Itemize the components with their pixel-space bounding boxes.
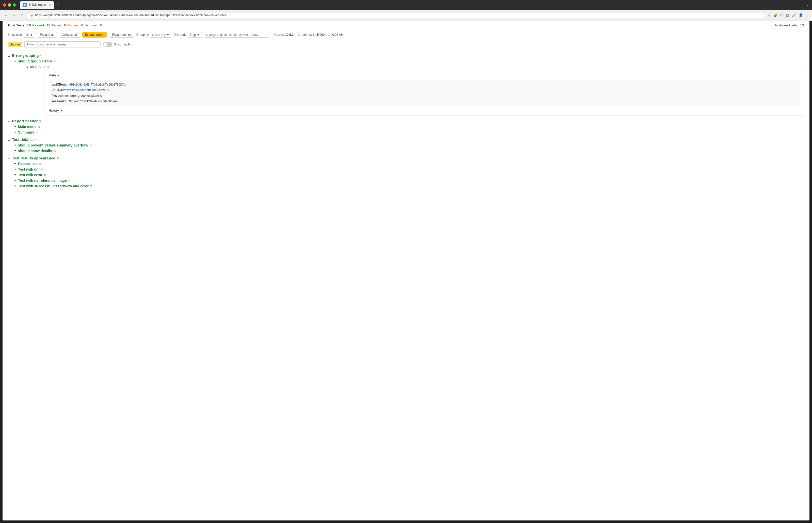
show-tests-dropdown[interactable]: All ▼ — [24, 32, 35, 38]
passed-test-copy-icon[interactable]: ⧉ — [39, 162, 41, 165]
meta-key-file: file: — [52, 94, 57, 97]
summary-title[interactable]: Summary — [18, 130, 34, 134]
test-no-reference-title[interactable]: Test with no reference image — [18, 179, 67, 183]
minimize-button[interactable] — [8, 3, 11, 6]
browser-filter-tag[interactable]: chrome — [7, 42, 22, 47]
chrome-chevron-icon[interactable]: ▲ — [26, 65, 29, 68]
diff-mode-label: Diff mode — [174, 33, 186, 37]
diff-mode-dropdown[interactable]: 3-up ▼ — [188, 32, 202, 38]
test-with-diff-header: ▼ Test with diff ⧉ — [14, 167, 805, 172]
main-menu-chevron-icon[interactable]: ▼ — [14, 125, 17, 128]
should-group-errors-title[interactable]: should group errors — [18, 59, 52, 63]
collapse-all-button[interactable]: Collapse all — [59, 32, 80, 38]
bookmark-icon[interactable]: ☆ — [767, 13, 771, 17]
should-show-details-title[interactable]: should show details — [18, 149, 52, 153]
back-button[interactable]: ← — [3, 12, 9, 19]
created-label: Created at — [297, 33, 312, 37]
extension1-icon[interactable]: 🧩 — [773, 13, 777, 17]
failed-label: Failed: — [52, 23, 62, 27]
expand-retries-button[interactable]: Expand retries — [109, 32, 134, 38]
meta-header[interactable]: Meta ▲ — [49, 73, 800, 77]
expand-all-button[interactable]: Expand all — [37, 32, 57, 38]
eye-icon[interactable]: 👁 — [43, 65, 46, 69]
test-no-reference-copy-icon[interactable]: ⧉ — [68, 179, 70, 182]
chrome-label: chrome — [30, 65, 41, 69]
extension2-icon[interactable]: ◻ — [786, 13, 789, 17]
test-details-copy-icon[interactable]: ⧉ — [34, 138, 36, 141]
strict-match-toggle[interactable] — [103, 42, 112, 47]
address-field[interactable]: 🔒 https://output.circle-artifacts.com/ou… — [27, 12, 765, 18]
test-with-diff-copy-icon[interactable]: ⧉ — [41, 168, 43, 171]
test-no-reference-chevron-icon[interactable]: ▼ — [14, 179, 17, 182]
test-results-appearance-copy-icon[interactable]: ⧉ — [57, 157, 59, 160]
report-header-title[interactable]: Report header — [12, 119, 38, 123]
summary-copy-icon[interactable]: ⧉ — [36, 131, 38, 134]
should-group-errors-chevron-icon[interactable]: ▲ — [14, 60, 17, 63]
forward-button[interactable]: → — [11, 12, 17, 19]
test-with-diff-title[interactable]: Test with diff — [18, 167, 40, 172]
should-prevent-copy-icon[interactable]: ⧉ — [90, 144, 92, 147]
lab-icon[interactable]: 🧪 — [792, 13, 796, 17]
external-link-icon[interactable]: ⧉ — [47, 65, 50, 69]
new-tab-button[interactable]: + — [57, 2, 59, 7]
databases-loaded: ⌄ Databases loaded: 1/1 — [771, 24, 805, 27]
test-successful-assert-copy-icon[interactable]: ⧉ — [90, 184, 92, 188]
menu-icon[interactable]: ⋮ — [806, 13, 809, 17]
meta-label: Meta — [49, 73, 56, 77]
should-prevent-title[interactable]: should prevent details summary overflow — [18, 143, 88, 147]
group-by-dropdown[interactable]: select key ▼ — [150, 32, 172, 38]
databases-dropdown-icon[interactable]: ⌄ — [771, 24, 773, 26]
meta-chevron-icon[interactable]: ▲ — [57, 74, 60, 77]
test-with-error-copy-icon[interactable]: ⧉ — [44, 174, 46, 177]
test-results-appearance-title[interactable]: Test results appearance — [12, 156, 55, 160]
error-grouping-chevron-icon[interactable]: ▲ — [7, 54, 11, 57]
passed-test-chevron-icon[interactable]: ▼ — [14, 162, 17, 165]
main-menu-title[interactable]: Main menu — [18, 125, 37, 129]
report-header-chevron-icon[interactable]: ▲ — [7, 120, 11, 123]
history-chevron-icon[interactable]: ▼ — [60, 109, 63, 112]
account-icon[interactable]: 👤 — [798, 13, 803, 17]
close-button[interactable] — [3, 3, 6, 6]
summary-chevron-icon[interactable]: ▼ — [14, 131, 17, 134]
should-group-errors-copy-icon[interactable]: ⧉ — [54, 60, 56, 63]
test-with-diff-chevron-icon[interactable]: ▼ — [14, 168, 17, 171]
meta-key-testxreqid: testXReqId: — [52, 83, 69, 86]
address-bar: ← → ↻ 🔒 https://output.circle-artifacts.… — [0, 10, 812, 21]
tabs-dropdown-button[interactable]: ⌄ — [807, 3, 809, 6]
main-menu-copy-icon[interactable]: ⧉ — [38, 125, 40, 128]
shield-icon[interactable]: 🛡 — [780, 13, 783, 17]
meta-val-url[interactable]: /fixtures/testplane/report/index.html — [57, 88, 105, 92]
history-row[interactable]: History ▼ — [49, 109, 800, 112]
test-filter-input[interactable] — [24, 41, 101, 48]
report-header-copy-icon[interactable]: ⧉ — [39, 119, 41, 123]
url-text: https://output.circle-artifacts.com/outp… — [35, 14, 762, 17]
should-show-details-copy-icon[interactable]: ⧉ — [54, 149, 56, 152]
test-with-error-chevron-icon[interactable]: ▼ — [14, 174, 17, 177]
test-successful-assert-title[interactable]: Test with successful assertView and erro… — [18, 184, 89, 188]
test-details-chevron-icon[interactable]: ▲ — [7, 138, 11, 141]
show-tests-chevron-icon: ▼ — [30, 34, 33, 36]
version-label: Version — [274, 33, 284, 37]
browser-tab[interactable]: H HTML report × — [20, 1, 54, 8]
url-copy-icon[interactable]: ⧉ — [107, 89, 109, 92]
test-results-appearance-chevron-icon[interactable]: ▲ — [7, 157, 11, 160]
tab-title: HTML report — [29, 3, 46, 6]
chrome-browser-row: ▲ chrome 👁 ⧉ Meta ▲ testXReqId: — [26, 65, 805, 116]
test-with-error-title[interactable]: Test with error — [18, 173, 42, 177]
meta-row-sessionid: sessionId: 59c5a907df2c1262fd475cd6ac667… — [52, 99, 797, 104]
test-details-title[interactable]: Test details — [12, 137, 33, 142]
should-show-details-chevron-icon[interactable]: ▼ — [14, 149, 17, 152]
report-header-header: ▲ Report header ⧉ — [7, 119, 805, 123]
tab-close-button[interactable]: × — [49, 3, 51, 6]
passed-test-title[interactable]: Passed test — [18, 162, 38, 166]
error-grouping-copy-icon[interactable]: ⧉ — [40, 54, 42, 57]
host-input[interactable] — [204, 32, 270, 38]
refresh-button[interactable]: ↻ — [19, 12, 25, 19]
test-successful-assert-chevron-icon[interactable]: ▼ — [14, 184, 17, 187]
tab-favicon: H — [23, 3, 27, 7]
maximize-button[interactable] — [13, 3, 16, 6]
expand-errors-button[interactable]: Expand errors — [82, 32, 107, 38]
show-tests-label: Show tests — [7, 33, 23, 37]
should-prevent-chevron-icon[interactable]: ▼ — [14, 144, 17, 147]
error-grouping-title[interactable]: Error grouping — [12, 53, 39, 58]
